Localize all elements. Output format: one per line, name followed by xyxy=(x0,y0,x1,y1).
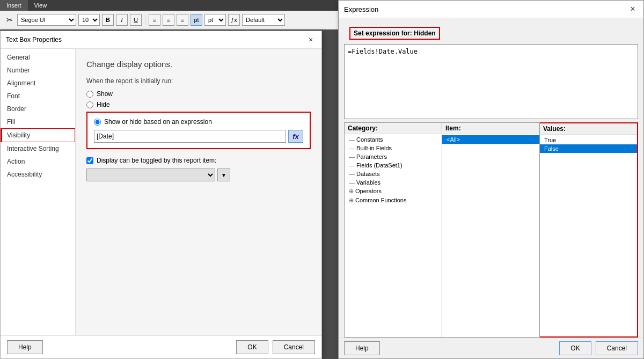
size-select[interactable]: 10 xyxy=(78,14,100,26)
cut-icon[interactable]: ✂ xyxy=(4,14,15,25)
sidebar-item-font[interactable]: Font xyxy=(1,90,75,102)
item-all[interactable]: <All> xyxy=(442,135,539,144)
toggle-select-row: ▼ xyxy=(86,168,311,181)
category-fields[interactable]: Fields (DataSet1) xyxy=(345,161,442,170)
sidebar-item-general[interactable]: General xyxy=(1,51,75,64)
align-left-btn[interactable]: ≡ xyxy=(149,14,160,26)
dialog-content-area: Change display options. When the report … xyxy=(76,49,321,335)
category-list: Constants Built-in Fields Parameters Fie… xyxy=(345,134,442,337)
ok-button[interactable]: OK xyxy=(236,340,268,354)
default-select[interactable]: Default xyxy=(242,14,285,26)
content-subtitle: When the report is initially run: xyxy=(86,77,311,85)
sidebar-item-interactive-sorting[interactable]: Interactive Sorting xyxy=(1,142,75,155)
sep1 xyxy=(145,14,145,25)
menu-bar: Insert View xyxy=(0,0,338,11)
radio-expression-label[interactable]: Show or hide based on an expression xyxy=(94,118,303,126)
toggle-checkbox[interactable] xyxy=(86,157,93,164)
dialog-body: General Number Alignment Font Border Fil… xyxy=(1,49,321,335)
sidebar-item-border[interactable]: Border xyxy=(1,102,75,115)
toggle-checkbox-label[interactable]: Display can be toggled by this report it… xyxy=(86,157,311,164)
radio-expression[interactable] xyxy=(94,119,101,126)
expr-close-btn[interactable]: × xyxy=(627,4,638,14)
expr-text-area[interactable] xyxy=(344,44,638,119)
show-hide-expression-box: Show or hide based on an expression fx xyxy=(86,112,311,149)
radio-expression-text: Show or hide based on an expression xyxy=(104,118,212,126)
pt-select[interactable]: pt xyxy=(204,14,226,26)
expr-set-label: Set expression for: Hidden xyxy=(349,27,440,40)
fx-toolbar-btn[interactable]: ƒx xyxy=(228,14,240,26)
dialog-sidebar: General Number Alignment Font Border Fil… xyxy=(1,49,76,335)
expr-cancel-btn[interactable]: Cancel xyxy=(596,341,638,355)
sidebar-item-action[interactable]: Action xyxy=(1,155,75,168)
category-variables[interactable]: Variables xyxy=(345,178,442,187)
item-panel: Item: <All> xyxy=(442,122,540,338)
radio-hide[interactable] xyxy=(86,101,93,108)
expr-ok-btn[interactable]: OK xyxy=(559,341,591,355)
sidebar-item-fill[interactable]: Fill xyxy=(1,115,75,128)
sidebar-item-accessibility[interactable]: Accessibility xyxy=(1,168,75,181)
radio-show-text: Show xyxy=(97,90,113,98)
textbox-properties-dialog: Text Box Properties × General Number Ali… xyxy=(0,31,322,359)
content-title: Change display options. xyxy=(86,60,311,69)
radio-group-visibility: Show Hide xyxy=(86,90,311,108)
category-parameters[interactable]: Parameters xyxy=(345,152,442,161)
cancel-button[interactable]: Cancel xyxy=(273,340,315,354)
dialog-footer: Help OK Cancel xyxy=(1,335,321,358)
sidebar-item-number[interactable]: Number xyxy=(1,64,75,77)
category-constants[interactable]: Constants xyxy=(345,135,442,144)
expression-input-row: fx xyxy=(94,130,303,143)
category-datasets[interactable]: Datasets xyxy=(345,170,442,178)
expr-bottom-panel: Category: Constants Built-in Fields Para… xyxy=(339,119,643,338)
item-header: Item: xyxy=(442,123,539,134)
underline-btn[interactable]: U xyxy=(130,14,142,26)
help-button[interactable]: Help xyxy=(7,340,43,354)
bold-btn[interactable]: B xyxy=(102,14,114,26)
expression-dialog: Expression × Set expression for: Hidden … xyxy=(338,0,644,359)
align-center-btn[interactable]: ≡ xyxy=(163,14,174,26)
sidebar-item-visibility[interactable]: Visibility xyxy=(1,128,75,142)
dialog-title: Text Box Properties xyxy=(6,36,62,43)
dialog-close-btn[interactable]: × xyxy=(305,34,316,45)
expr-title-bar: Expression × xyxy=(339,1,643,18)
value-true[interactable]: True xyxy=(540,136,637,144)
values-header: Values: xyxy=(540,123,637,135)
italic-btn[interactable]: I xyxy=(116,14,128,26)
category-common-functions[interactable]: Common Functions xyxy=(345,196,442,205)
category-panel: Category: Constants Built-in Fields Para… xyxy=(344,122,442,338)
category-header: Category: xyxy=(345,123,442,134)
radio-hide-text: Hide xyxy=(97,101,110,108)
sidebar-item-alignment[interactable]: Alignment xyxy=(1,77,75,90)
dialog-titlebar: Text Box Properties × xyxy=(1,31,321,49)
values-list: True False xyxy=(540,135,637,336)
value-false[interactable]: False xyxy=(540,144,637,153)
pt-btn[interactable]: pt xyxy=(191,14,202,26)
item-list: <All> xyxy=(442,134,539,337)
category-operators[interactable]: Operators xyxy=(345,187,442,196)
toggle-item-select[interactable] xyxy=(86,168,215,181)
dropdown-arrow-icon[interactable]: ▼ xyxy=(217,168,230,181)
menu-view[interactable]: View xyxy=(28,0,54,11)
expr-dialog-title: Expression xyxy=(344,5,378,13)
expr-panels: Category: Constants Built-in Fields Para… xyxy=(344,122,638,338)
font-select[interactable]: Segoe UI xyxy=(17,14,76,26)
radio-show-label[interactable]: Show xyxy=(86,90,311,98)
expression-input[interactable] xyxy=(94,130,286,143)
menu-insert[interactable]: Insert xyxy=(0,0,28,11)
expression-fx-btn[interactable]: fx xyxy=(288,130,303,143)
toggle-checkbox-text: Display can be toggled by this report it… xyxy=(97,157,216,164)
values-panel: Values: True False xyxy=(540,122,638,338)
align-right-btn[interactable]: ≡ xyxy=(177,14,188,26)
category-builtin-fields[interactable]: Built-in Fields xyxy=(345,144,442,152)
expr-set-label-wrapper: Set expression for: Hidden xyxy=(344,23,638,42)
expr-footer: Help OK Cancel xyxy=(339,338,643,358)
radio-show[interactable] xyxy=(86,91,93,98)
expr-help-btn[interactable]: Help xyxy=(344,341,380,355)
radio-hide-label[interactable]: Hide xyxy=(86,101,311,108)
